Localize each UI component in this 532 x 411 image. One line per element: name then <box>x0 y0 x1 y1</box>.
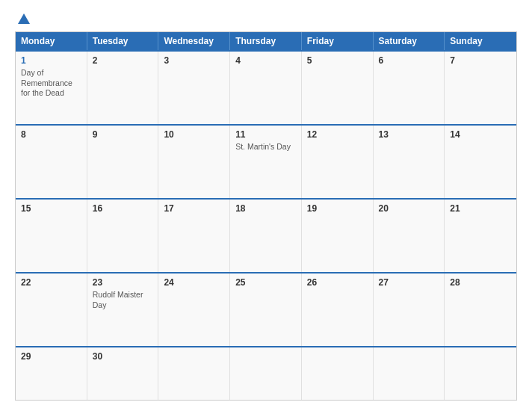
day-header-sunday: Sunday <box>445 32 516 50</box>
event-label: St. Martin's Day <box>235 142 296 152</box>
day-number: 29 <box>21 351 81 362</box>
calendar-cell: 8 <box>16 126 87 198</box>
calendar-cell: 26 <box>302 274 374 346</box>
calendar-cell: 19 <box>302 200 374 272</box>
calendar-cell: 25 <box>230 274 302 346</box>
day-number: 14 <box>450 129 511 140</box>
calendar-cell: 28 <box>445 274 516 346</box>
calendar-cell: 4 <box>230 52 302 124</box>
logo-triangle-icon <box>18 13 30 24</box>
day-header-tuesday: Tuesday <box>87 32 159 50</box>
day-header-friday: Friday <box>302 32 374 50</box>
calendar-cell: 22 <box>16 274 87 346</box>
day-number: 24 <box>164 277 224 288</box>
logo-blue-text <box>15 13 30 24</box>
calendar-week-4: 2223Rudolf Maister Day2425262728 <box>16 272 516 346</box>
day-number: 10 <box>164 129 224 140</box>
day-number: 30 <box>93 351 153 362</box>
day-number: 9 <box>93 129 153 140</box>
calendar-cell: 15 <box>16 200 87 272</box>
calendar-cell: 13 <box>374 126 445 198</box>
day-number: 23 <box>93 277 153 288</box>
day-number: 16 <box>93 203 153 214</box>
calendar-cell: 21 <box>445 200 516 272</box>
calendar-cell <box>374 347 445 400</box>
day-number: 11 <box>235 129 296 140</box>
calendar-cell: 18 <box>230 200 302 272</box>
calendar-cell: 20 <box>374 200 445 272</box>
calendar-cell: 7 <box>445 52 516 124</box>
calendar-cell: 27 <box>374 274 445 346</box>
calendar-week-1: 1Day of Remembrance for the Dead234567 <box>16 50 516 124</box>
day-header-thursday: Thursday <box>230 32 302 50</box>
day-number: 19 <box>307 203 368 214</box>
calendar-week-3: 15161718192021 <box>16 198 516 272</box>
day-header-wednesday: Wednesday <box>158 32 230 50</box>
day-number: 26 <box>307 277 368 288</box>
calendar-cell: 29 <box>16 347 87 400</box>
calendar-cell: 24 <box>158 274 230 346</box>
calendar-cell: 3 <box>158 52 230 124</box>
calendar-body: 1Day of Remembrance for the Dead23456789… <box>16 50 516 400</box>
calendar-cell: 11St. Martin's Day <box>230 126 302 198</box>
day-number: 4 <box>235 55 296 66</box>
logo <box>15 13 30 24</box>
calendar: MondayTuesdayWednesdayThursdayFridaySatu… <box>15 31 517 401</box>
calendar-cell: 5 <box>302 52 374 124</box>
day-number: 12 <box>307 129 368 140</box>
page: MondayTuesdayWednesdayThursdayFridaySatu… <box>0 0 532 411</box>
calendar-cell: 12 <box>302 126 374 198</box>
day-number: 15 <box>21 203 81 214</box>
calendar-cell: 2 <box>87 52 159 124</box>
day-number: 20 <box>379 203 439 214</box>
header <box>15 13 517 24</box>
calendar-cell: 17 <box>158 200 230 272</box>
day-number: 17 <box>164 203 224 214</box>
day-header-monday: Monday <box>16 32 87 50</box>
calendar-cell <box>158 347 230 400</box>
day-number: 25 <box>235 277 296 288</box>
day-number: 18 <box>235 203 296 214</box>
calendar-week-last: 2930 <box>16 346 516 400</box>
calendar-cell: 10 <box>158 126 230 198</box>
day-number: 8 <box>21 129 81 140</box>
calendar-cell <box>230 347 302 400</box>
day-number: 6 <box>379 55 439 66</box>
calendar-header-row: MondayTuesdayWednesdayThursdayFridaySatu… <box>16 32 516 50</box>
calendar-cell: 16 <box>87 200 159 272</box>
day-number: 1 <box>21 55 81 66</box>
calendar-week-2: 891011St. Martin's Day121314 <box>16 124 516 198</box>
calendar-cell <box>445 347 516 400</box>
day-number: 7 <box>450 55 511 66</box>
calendar-cell: 9 <box>87 126 159 198</box>
day-number: 28 <box>450 277 511 288</box>
day-number: 13 <box>379 129 439 140</box>
calendar-cell: 23Rudolf Maister Day <box>87 274 159 346</box>
day-header-saturday: Saturday <box>374 32 445 50</box>
day-number: 2 <box>93 55 153 66</box>
event-label: Day of Remembrance for the Dead <box>21 68 81 99</box>
day-number: 21 <box>450 203 511 214</box>
calendar-cell: 30 <box>87 347 159 400</box>
calendar-cell: 14 <box>445 126 516 198</box>
calendar-cell: 1Day of Remembrance for the Dead <box>16 52 87 124</box>
day-number: 22 <box>21 277 81 288</box>
calendar-cell: 6 <box>374 52 445 124</box>
event-label: Rudolf Maister Day <box>93 290 153 310</box>
day-number: 27 <box>379 277 439 288</box>
day-number: 5 <box>307 55 368 66</box>
calendar-cell <box>302 347 374 400</box>
day-number: 3 <box>164 55 224 66</box>
